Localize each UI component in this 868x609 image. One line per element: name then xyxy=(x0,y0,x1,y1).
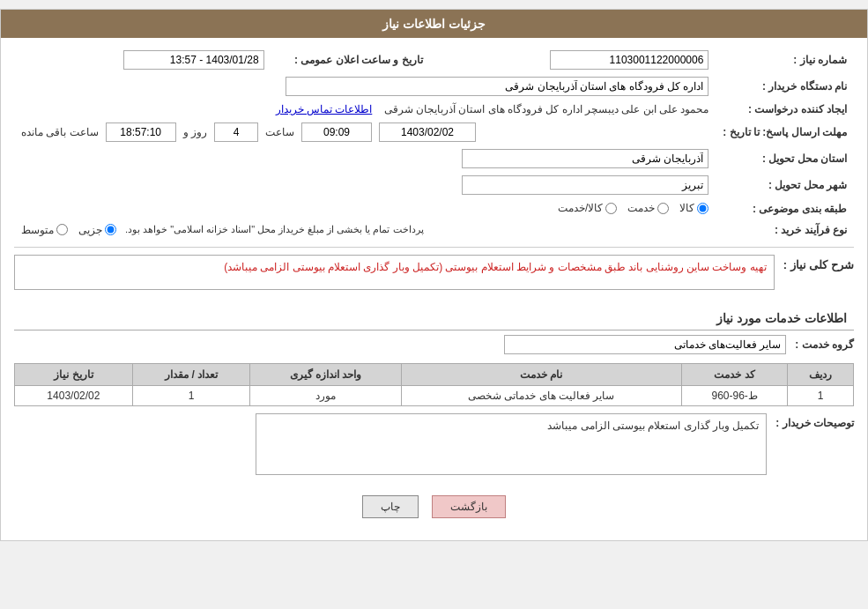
radio-motavasset[interactable]: متوسط xyxy=(21,224,68,236)
divider-1 xyxy=(14,247,854,248)
th-tarikh: تاریخ نیاز xyxy=(15,363,133,385)
tabaqe-radio-group: کالا/خدمت خدمت کالا xyxy=(558,202,708,214)
mohlat-label: مهلت ارسال پاسخ: تا تاریخ : xyxy=(716,119,854,145)
cell-tarikh: 1403/02/02 xyxy=(15,385,133,405)
page-title: جزئیات اطلاعات نیاز xyxy=(382,17,486,31)
nam-dastgah-input[interactable] xyxy=(286,77,708,96)
roz-input[interactable] xyxy=(214,123,258,142)
th-kod: کد خدمت xyxy=(681,363,787,385)
cell-tedad: 1 xyxy=(132,385,250,405)
ostan-label: استان محل تحویل : xyxy=(716,145,854,172)
shomare-niaz-label: شماره نیاز : xyxy=(716,47,854,73)
radio-kala[interactable]: کالا xyxy=(679,202,708,214)
cell-kod: ط-96-960 xyxy=(681,385,787,405)
saat-input[interactable] xyxy=(301,123,372,142)
page-header: جزئیات اطلاعات نیاز xyxy=(1,10,867,38)
noe-farayand-radio-group: متوسط جزیی xyxy=(21,224,116,236)
baqi-input[interactable] xyxy=(106,123,176,142)
tarikh-label: تاریخ و ساعت اعلان عمومی : xyxy=(271,47,430,73)
baqi-label: ساعت باقی مانده xyxy=(21,126,99,138)
noe-farayand-label: نوع فرآیند خرید : xyxy=(716,220,854,240)
saat-label: ساعت xyxy=(265,126,294,138)
noe-farayand-desc: پرداخت تمام یا بخشی از مبلغ خریداز محل "… xyxy=(125,224,424,235)
th-radif: ردیف xyxy=(788,363,854,385)
print-button[interactable]: چاپ xyxy=(362,495,419,518)
ijad-value: محمود علی ابن علی دیبسچر اداره کل فرودگا… xyxy=(384,103,709,115)
tosifat-label: توصیحات خریدار : xyxy=(775,413,854,429)
roz-label: روز و xyxy=(183,126,207,138)
buttons-row: بازگشت چاپ xyxy=(14,495,854,518)
radio-khedmat[interactable]: خدمت xyxy=(627,202,669,214)
radio-kala-khedmat[interactable]: کالا/خدمت xyxy=(558,202,617,214)
ostan-input[interactable] xyxy=(462,149,708,168)
services-table: ردیف کد خدمت نام خدمت واحد اندازه گیری ت… xyxy=(14,363,854,406)
cell-vahed: مورد xyxy=(250,385,401,405)
cell-radif: 1 xyxy=(788,385,854,405)
shahr-input[interactable] xyxy=(462,175,708,195)
goroh-label: گروه خدمت : xyxy=(795,338,854,351)
sharh-label: شرح کلی نیاز : xyxy=(783,255,854,271)
radio-jozei[interactable]: جزیی xyxy=(78,224,116,236)
khadamat-header: اطلاعات خدمات مورد نیاز xyxy=(14,306,854,330)
th-vahed: واحد اندازه گیری xyxy=(250,363,401,385)
cell-nam: سایر فعالیت های خدماتی شخصی xyxy=(401,385,681,405)
goroh-input[interactable] xyxy=(504,335,786,354)
sharh-value: تهیه وساخت ساین روشنایی باند طبق مشخصات … xyxy=(14,255,775,290)
ijad-label: ایجاد کننده درخواست : xyxy=(716,100,854,119)
ijad-link[interactable]: اطلاعات تماس خریدار xyxy=(276,103,373,115)
table-row: 1 ط-96-960 سایر فعالیت های خدماتی شخصی م… xyxy=(15,385,854,405)
tosifat-value: تکمیل وبار گذاری استعلام بیوستی الزامی م… xyxy=(256,413,767,475)
goroh-row: گروه خدمت : xyxy=(14,335,854,354)
date-input[interactable] xyxy=(379,123,476,142)
th-nam: نام خدمت xyxy=(401,363,681,385)
tarikh-input[interactable] xyxy=(123,50,264,70)
back-button[interactable]: بازگشت xyxy=(432,495,506,518)
th-tedad: تعداد / مقدار xyxy=(132,363,250,385)
nam-dastgah-label: نام دستگاه خریدار : xyxy=(716,73,854,100)
info-table: شماره نیاز : تاریخ و ساعت اعلان عمومی : … xyxy=(14,47,854,240)
tosifat-section: توصیحات خریدار : تکمیل وبار گذاری استعلا… xyxy=(14,413,854,482)
shomare-niaz-input[interactable] xyxy=(550,50,708,70)
services-section: ردیف کد خدمت نام خدمت واحد اندازه گیری ت… xyxy=(14,363,854,406)
shahr-label: شهر محل تحویل : xyxy=(716,172,854,198)
tabaqe-label: طبقه بندی موضوعی : xyxy=(716,198,854,220)
